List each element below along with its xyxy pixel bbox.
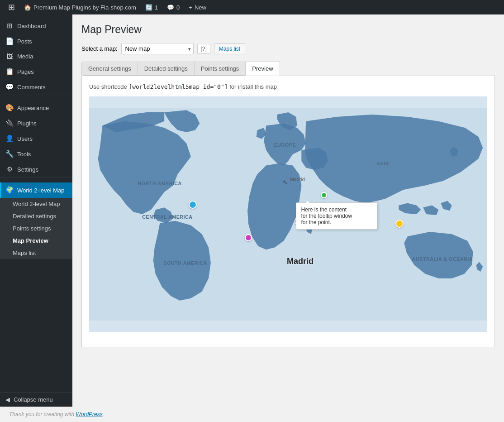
tools-icon: 🔧 <box>5 150 14 158</box>
madrid-point-label: Madrid <box>290 177 305 182</box>
updates-item[interactable]: 🔄 1 <box>141 0 162 14</box>
sidebar-item-pages-label: Pages <box>17 68 34 75</box>
tab-panel-preview: Use shortcode [world2levelhtml5map id="0… <box>81 76 495 347</box>
point-asia[interactable] <box>395 220 404 228</box>
sidebar-item-settings-label: Settings <box>17 166 38 173</box>
help-button[interactable]: [?] <box>197 44 210 54</box>
comments-count: 0 <box>176 4 180 11</box>
map-select-row: Select a map: New map [?] Maps list <box>81 43 495 54</box>
sidebar-item-media-label: Media <box>17 53 33 60</box>
sidebar-sub-detailed-settings[interactable]: Detailed settings <box>0 210 72 222</box>
cursor-icon: ↖ <box>283 179 288 186</box>
shortcode-text: Use shortcode [world2levelhtml5map id="0… <box>89 83 487 90</box>
posts-icon: 📄 <box>5 37 14 45</box>
users-icon: 👤 <box>5 134 14 143</box>
wp-icon: ⊞ <box>8 2 15 12</box>
madrid-city-label: Madrid <box>287 257 314 266</box>
sidebar-sub-map-preview[interactable]: Map Preview <box>0 235 72 247</box>
region-europe: EUROPE <box>274 142 296 148</box>
plugins-icon: 🔌 <box>5 119 14 127</box>
sidebar-sub-points-settings[interactable]: Points settings <box>0 222 72 235</box>
map-container: NORTH AMERICA CENTRAL AMERICA SOUTH AMER… <box>89 96 487 332</box>
sidebar-item-appearance-label: Appearance <box>17 105 49 111</box>
new-item[interactable]: + New <box>184 0 211 14</box>
world-map-svg: NORTH AMERICA CENTRAL AMERICA SOUTH AMER… <box>89 96 487 332</box>
tab-detailed-settings[interactable]: Detailed settings <box>138 62 195 76</box>
sidebar-item-world2level-label: World 2-level Map <box>17 187 65 194</box>
sidebar-item-users-label: Users <box>17 135 33 142</box>
region-australia: AUSTRALIA & OCEANIA <box>412 256 473 262</box>
tab-general-settings[interactable]: General settings <box>81 62 138 76</box>
tabs: General settings Detailed settings Point… <box>81 62 495 76</box>
sidebar-item-tools-label: Tools <box>17 151 31 158</box>
new-label: New <box>195 4 206 11</box>
page-title: Map Preview <box>81 24 495 36</box>
footer-text: Thank you for creating with <box>9 411 74 417</box>
sidebar-sub-world2level-map[interactable]: World 2-level Map <box>0 198 72 210</box>
shortcode-code: [world2levelhtml5map id="0"] <box>128 83 228 90</box>
region-central-america: CENTRAL AMERICA <box>142 214 192 220</box>
world2level-icon: 🌍 <box>5 186 14 194</box>
updates-icon: 🔄 <box>145 4 152 11</box>
settings-icon: ⚙ <box>5 165 14 173</box>
region-north-america: NORTH AMERICA <box>138 181 182 186</box>
comments-item[interactable]: 💬 0 <box>162 0 184 14</box>
collapse-menu[interactable]: ◀ Collapse menu <box>0 392 72 407</box>
media-icon: 🖼 <box>5 53 14 60</box>
region-south-america: SOUTH AMERICA <box>163 260 207 266</box>
footer: Thank you for creating with WordPress. <box>0 407 504 422</box>
site-name-text: Premium Map Plugins by Fla-shop.com <box>33 4 136 11</box>
tab-preview[interactable]: Preview <box>245 62 280 76</box>
updates-count: 1 <box>155 4 158 11</box>
sidebar-item-media[interactable]: 🖼 Media <box>0 49 72 64</box>
pages-icon: 📋 <box>5 67 14 76</box>
map-select-wrapper: New map <box>121 43 194 54</box>
sidebar-submenu: World 2-level Map Detailed settings Poin… <box>0 198 72 259</box>
point-europe[interactable] <box>321 192 327 198</box>
admin-bar: ⊞ 🏠 Premium Map Plugins by Fla-shop.com … <box>0 0 504 14</box>
tab-points-settings[interactable]: Points settings <box>194 62 246 76</box>
sidebar-item-posts-label: Posts <box>17 38 32 45</box>
sidebar-item-pages[interactable]: 📋 Pages <box>0 64 72 79</box>
plus-icon: + <box>189 4 192 11</box>
collapse-icon: ◀ <box>5 396 10 403</box>
dashboard-icon: ⊞ <box>5 22 14 30</box>
home-icon: 🏠 <box>24 4 31 11</box>
site-name[interactable]: 🏠 Premium Map Plugins by Fla-shop.com <box>19 0 141 14</box>
main-content: Map Preview Select a map: New map [?] Ma… <box>72 14 504 407</box>
collapse-label: Collapse menu <box>14 396 53 403</box>
sidebar-sub-maps-list[interactable]: Maps list <box>0 247 72 259</box>
appearance-icon: 🎨 <box>5 104 14 112</box>
sidebar-item-dashboard-label: Dashboard <box>17 23 46 29</box>
sidebar-item-world2level[interactable]: 🌍 World 2-level Map <box>0 182 72 198</box>
map-select-dropdown[interactable]: New map <box>121 43 194 54</box>
point-north-america[interactable] <box>189 201 197 209</box>
sidebar-item-comments-label: Comments <box>17 84 46 91</box>
wp-logo[interactable]: ⊞ <box>4 0 19 14</box>
comments-side-icon: 💬 <box>5 83 14 91</box>
footer-punctuation: . <box>103 411 104 417</box>
sidebar-item-posts[interactable]: 📄 Posts <box>0 34 72 49</box>
comments-icon: 💬 <box>167 4 174 11</box>
sidebar-item-plugins-label: Plugins <box>17 120 37 127</box>
point-madrid[interactable] <box>295 218 302 225</box>
sidebar-item-tools[interactable]: 🔧 Tools <box>0 146 72 162</box>
sidebar-item-plugins[interactable]: 🔌 Plugins <box>0 115 72 131</box>
sidebar-item-settings[interactable]: ⚙ Settings <box>0 162 72 177</box>
sidebar-item-appearance[interactable]: 🎨 Appearance <box>0 100 72 115</box>
footer-link[interactable]: WordPress <box>76 411 102 417</box>
select-map-label: Select a map: <box>81 45 118 52</box>
layout: ⊞ Dashboard 📄 Posts 🖼 Media 📋 Pages 💬 Co… <box>0 14 504 407</box>
sidebar-item-dashboard[interactable]: ⊞ Dashboard <box>0 18 72 34</box>
sidebar: ⊞ Dashboard 📄 Posts 🖼 Media 📋 Pages 💬 Co… <box>0 14 72 407</box>
sidebar-item-comments[interactable]: 💬 Comments <box>0 79 72 95</box>
maps-list-button[interactable]: Maps list <box>214 43 245 54</box>
region-asia: ASIA <box>377 161 390 166</box>
sidebar-item-users[interactable]: 👤 Users <box>0 131 72 146</box>
point-south-america[interactable] <box>245 234 252 241</box>
